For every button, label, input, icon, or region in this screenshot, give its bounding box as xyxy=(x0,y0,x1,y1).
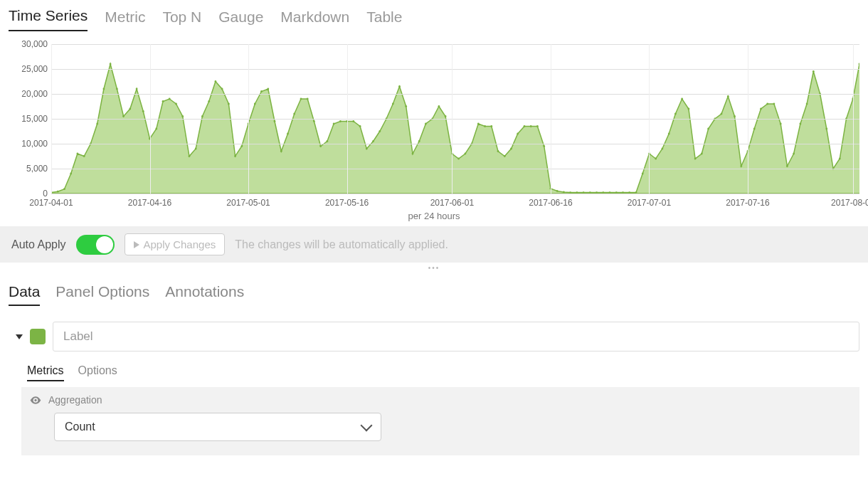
svg-point-25 xyxy=(215,80,217,83)
auto-apply-message: The changes will be automatically applie… xyxy=(235,238,448,251)
svg-point-19 xyxy=(175,103,177,105)
chart-plot-area[interactable] xyxy=(51,44,859,194)
auto-apply-toggle[interactable] xyxy=(76,235,115,255)
svg-point-108 xyxy=(760,108,762,110)
svg-point-23 xyxy=(201,115,203,117)
play-icon xyxy=(134,241,139,248)
aggregation-panel: Aggregation Count xyxy=(21,387,859,455)
svg-point-69 xyxy=(504,155,506,157)
eye-icon[interactable] xyxy=(30,396,41,404)
svg-point-103 xyxy=(727,95,729,97)
auto-apply-label: Auto Apply xyxy=(11,238,66,251)
svg-point-46 xyxy=(352,120,354,122)
svg-point-22 xyxy=(195,148,197,150)
svg-point-52 xyxy=(392,103,394,105)
svg-point-9 xyxy=(110,63,112,65)
subtab-metrics[interactable]: Metrics xyxy=(27,364,64,381)
svg-point-60 xyxy=(445,115,447,117)
aggregation-title: Aggregation xyxy=(48,394,102,406)
svg-point-63 xyxy=(465,153,467,155)
config-tabs: Data Panel Options Annotations xyxy=(0,273,868,306)
svg-point-100 xyxy=(707,128,709,130)
svg-point-12 xyxy=(129,108,131,110)
svg-point-10 xyxy=(116,88,118,90)
svg-point-94 xyxy=(668,133,670,135)
svg-point-49 xyxy=(372,140,374,142)
y-axis-tick: 15,000 xyxy=(9,114,48,124)
svg-point-14 xyxy=(142,110,144,112)
chart-x-axis-label: per 24 hours xyxy=(9,211,859,221)
svg-point-109 xyxy=(766,103,768,105)
aggregation-select[interactable]: Count xyxy=(54,413,381,441)
svg-point-96 xyxy=(681,98,683,100)
y-axis-tick: 25,000 xyxy=(9,64,48,74)
svg-point-29 xyxy=(240,145,243,147)
svg-point-75 xyxy=(543,145,545,147)
tab-data[interactable]: Data xyxy=(9,283,40,306)
svg-point-70 xyxy=(510,148,512,150)
apply-changes-button[interactable]: Apply Changes xyxy=(125,233,226,255)
y-axis-tick: 5,000 xyxy=(9,164,48,174)
svg-point-17 xyxy=(162,100,164,102)
svg-point-125 xyxy=(34,398,36,401)
svg-point-111 xyxy=(780,123,782,125)
svg-point-78 xyxy=(563,191,565,194)
svg-point-107 xyxy=(753,128,756,130)
svg-point-48 xyxy=(366,148,368,150)
svg-point-66 xyxy=(484,125,486,127)
svg-point-31 xyxy=(254,103,256,105)
x-axis-tick: 2017-05-16 xyxy=(325,198,369,208)
svg-point-7 xyxy=(96,123,98,125)
svg-point-27 xyxy=(228,103,230,105)
chevron-down-icon xyxy=(361,420,373,432)
svg-point-113 xyxy=(793,153,795,155)
tab-top-n[interactable]: Top N xyxy=(162,9,201,31)
series-color-swatch[interactable] xyxy=(30,329,46,344)
svg-point-11 xyxy=(122,115,125,117)
svg-point-3 xyxy=(70,173,72,175)
time-series-chart: 05,00010,00015,00020,00025,00030,000 201… xyxy=(9,37,859,222)
svg-point-28 xyxy=(234,155,236,157)
svg-point-24 xyxy=(208,100,210,102)
subtab-options[interactable]: Options xyxy=(78,364,117,381)
svg-point-47 xyxy=(359,125,361,127)
svg-point-98 xyxy=(694,158,697,160)
svg-point-44 xyxy=(339,120,342,122)
tab-gauge[interactable]: Gauge xyxy=(218,9,263,31)
tab-time-series[interactable]: Time Series xyxy=(9,7,88,31)
svg-point-39 xyxy=(307,98,309,100)
tab-markdown[interactable]: Markdown xyxy=(280,9,349,31)
svg-point-99 xyxy=(701,153,703,155)
x-axis-tick: 2017-04-01 xyxy=(29,198,73,208)
svg-point-18 xyxy=(169,98,171,100)
svg-point-90 xyxy=(642,173,644,175)
svg-point-43 xyxy=(333,123,335,125)
y-axis-tick: 30,000 xyxy=(9,39,48,49)
svg-point-112 xyxy=(786,165,788,167)
series-label-input[interactable] xyxy=(53,322,859,352)
x-axis-tick: 2017-06-16 xyxy=(529,198,572,208)
svg-point-37 xyxy=(293,113,295,115)
svg-point-57 xyxy=(425,123,427,125)
svg-point-32 xyxy=(260,90,263,92)
collapse-toggle-icon[interactable] xyxy=(16,334,23,339)
tab-annotations[interactable]: Annotations xyxy=(165,283,244,306)
svg-point-21 xyxy=(189,155,191,157)
svg-point-16 xyxy=(155,128,157,130)
svg-point-5 xyxy=(83,155,85,157)
svg-point-115 xyxy=(806,103,808,105)
svg-point-110 xyxy=(773,103,776,105)
svg-point-95 xyxy=(674,113,677,115)
svg-point-67 xyxy=(490,125,492,127)
svg-point-123 xyxy=(859,63,859,65)
tab-panel-options[interactable]: Panel Options xyxy=(55,283,149,306)
svg-point-116 xyxy=(813,70,815,73)
tab-metric[interactable]: Metric xyxy=(105,9,145,31)
y-axis-tick: 20,000 xyxy=(9,89,48,99)
svg-point-50 xyxy=(379,130,381,132)
tab-table[interactable]: Table xyxy=(366,9,402,31)
svg-point-92 xyxy=(655,158,657,160)
svg-point-71 xyxy=(517,133,519,135)
x-axis-tick: 2017-04-16 xyxy=(128,198,171,208)
panel-resize-handle[interactable]: ••• xyxy=(0,263,868,273)
